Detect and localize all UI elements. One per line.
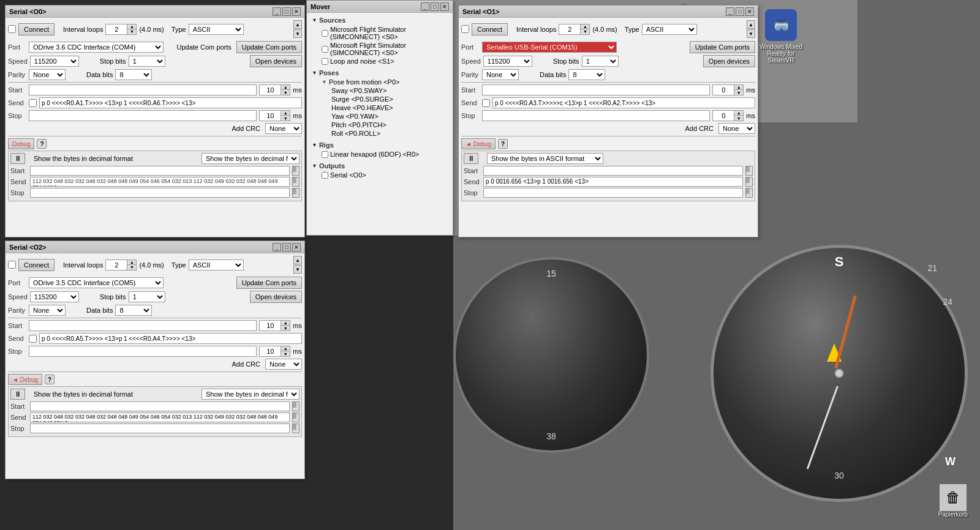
serial-o1-close[interactable]: ✕ xyxy=(745,7,754,16)
serial-o1-debug-btn[interactable]: ◄ Debug xyxy=(461,138,496,149)
serial-o0-stop-input[interactable] xyxy=(29,110,257,121)
serial-o0-scroll-up[interactable]: ▲ xyxy=(293,20,302,29)
serial-o0-connect-checkbox[interactable] xyxy=(8,25,16,33)
serial-o2-databits-select[interactable]: 8 xyxy=(115,305,152,316)
mover-panel-minimize[interactable]: _ xyxy=(421,2,429,11)
serial-o1-debug-stop-scroll[interactable]: ▒ xyxy=(745,188,753,198)
mover-surge[interactable]: Surge <P0.SURGE> xyxy=(329,95,450,103)
serial-o1-start-down[interactable]: ▼ xyxy=(734,90,743,95)
serial-o1-connect-btn[interactable]: Connect xyxy=(472,23,508,35)
serial-o1-type-select[interactable]: ASCII xyxy=(642,24,697,35)
serial-o0-interval-input[interactable] xyxy=(105,24,127,35)
serial-o1-interval-input[interactable] xyxy=(559,24,580,35)
serial-o2-minimize[interactable]: _ xyxy=(273,243,281,252)
source2-checkbox[interactable] xyxy=(322,46,328,53)
serial-o0-show-bytes-select[interactable]: Show the bytes in decimal format xyxy=(202,153,300,164)
serial-o0-debug-stop-scroll[interactable]: ▒ xyxy=(292,188,300,198)
serial-o1-stopbits-select[interactable]: 1 xyxy=(582,56,619,67)
serial-o1-interval-up[interactable]: ▲ xyxy=(581,24,589,29)
mover-sway[interactable]: Sway <P0.SWAY> xyxy=(329,86,450,95)
serial-o2-show-bytes-select[interactable]: Show the bytes in decimal format xyxy=(202,389,300,400)
serial-o1-send-checkbox[interactable] xyxy=(482,99,490,107)
serial-o0-start-up[interactable]: ▲ xyxy=(281,85,290,90)
serial-o2-pause-btn[interactable]: ⏸ xyxy=(10,389,25,400)
serial-o1-show-bytes-select[interactable]: Show the bytes in ASCII format xyxy=(487,153,603,164)
serial-o1-stop-up[interactable]: ▲ xyxy=(734,111,743,116)
serial-o0-opendev-btn[interactable]: Open devices xyxy=(250,55,302,67)
serial-o1-databits-select[interactable]: 8 xyxy=(568,69,605,80)
serial-o0-parity-select[interactable]: None xyxy=(29,69,66,80)
serial-o0-send-checkbox[interactable] xyxy=(29,99,37,107)
serial-o2-start-up[interactable]: ▲ xyxy=(281,321,290,326)
serial-o0-crc-select[interactable]: None xyxy=(265,123,302,134)
serial-o2-parity-select[interactable]: None xyxy=(29,305,66,316)
mover-panel-maximize[interactable]: □ xyxy=(431,2,439,11)
serial-o2-update-com-btn[interactable]: Update Com ports xyxy=(236,277,302,289)
serial-o1-stop-num[interactable] xyxy=(712,110,734,121)
serial-o1-stop-down[interactable]: ▼ xyxy=(734,116,743,121)
serial-o1-connect-checkbox[interactable] xyxy=(461,25,469,33)
serial-o2-debug-send-scroll[interactable]: ▒ xyxy=(292,412,300,422)
serial-o2-interval-down[interactable]: ▼ xyxy=(127,265,136,270)
serial-o1-help-btn[interactable]: ? xyxy=(498,139,508,149)
serial-o2-send-input[interactable] xyxy=(39,333,302,344)
serial-o2-type-select[interactable]: ASCII xyxy=(189,259,244,271)
serial-o1-pause-btn[interactable]: ⏸ xyxy=(464,153,478,164)
serial-o0-stop-down[interactable]: ▼ xyxy=(281,116,290,121)
serial-o0-pause-btn[interactable]: ⏸ xyxy=(10,153,25,164)
serial-o0-debug-btn[interactable]: Debug xyxy=(8,138,34,149)
serial-o2-interval-up[interactable]: ▲ xyxy=(127,260,136,265)
serial-o2-connect-btn[interactable]: Connect xyxy=(18,259,55,271)
serial-o2-speed-select[interactable]: 115200 xyxy=(30,291,79,302)
serial-o0-debug-send-scroll[interactable]: ▒ xyxy=(292,177,300,187)
serial-o2-help-btn[interactable]: ? xyxy=(45,375,55,384)
serial-o1-port-select[interactable]: Serialleo USB-Serial (COM15) xyxy=(482,42,617,53)
serial-o2-close[interactable]: ✕ xyxy=(292,243,301,252)
serial-o2-debug-start-scroll[interactable]: ▒ xyxy=(292,401,300,411)
serial-o1-minimize[interactable]: _ xyxy=(726,7,734,16)
serial-o1-start-up[interactable]: ▲ xyxy=(734,85,743,90)
serial-o1-crc-select[interactable]: None xyxy=(718,123,755,134)
serial-o1-scroll-down[interactable]: ▼ xyxy=(747,29,755,38)
serial-o2-opendev-btn[interactable]: Open devices xyxy=(250,291,302,303)
serial-o0-send-input[interactable] xyxy=(39,97,302,108)
recycle-bin[interactable]: 🗑 Papierkorb xyxy=(938,484,968,518)
mover-output1[interactable]: Serial <O0> xyxy=(319,171,450,179)
wmr-icon[interactable]: 🥽 Windows MixedReality for SteamVR xyxy=(756,9,805,64)
mover-source3[interactable]: Loop and noise <S1> xyxy=(319,57,450,65)
serial-o2-scroll-down[interactable]: ▼ xyxy=(293,265,302,274)
serial-o0-speed-select[interactable]: 115200 xyxy=(30,56,79,67)
serial-o2-start-down[interactable]: ▼ xyxy=(281,326,290,330)
serial-o0-debug-start-scroll[interactable]: ▒ xyxy=(292,166,300,176)
serial-o0-connect-btn[interactable]: Connect xyxy=(18,23,55,35)
serial-o1-stop-input[interactable] xyxy=(482,110,710,121)
serial-o0-update-com-btn[interactable]: Update Com ports xyxy=(236,41,302,53)
serial-o2-scroll-up[interactable]: ▲ xyxy=(293,256,302,264)
serial-o1-scroll-up[interactable]: ▲ xyxy=(747,20,755,29)
serial-o1-debug-start-scroll[interactable]: ▒ xyxy=(745,166,753,176)
serial-o2-send-checkbox[interactable] xyxy=(29,335,37,343)
serial-o1-debug-send-scroll[interactable]: ▒ xyxy=(745,177,753,187)
serial-o0-interval-up[interactable]: ▲ xyxy=(127,24,136,29)
serial-o0-type-select[interactable]: ASCII xyxy=(189,24,244,35)
serial-o2-stop-down[interactable]: ▼ xyxy=(281,351,290,356)
serial-o2-start-num[interactable] xyxy=(259,320,281,331)
serial-o1-start-input[interactable] xyxy=(482,84,710,95)
serial-o0-start-num[interactable] xyxy=(259,84,281,95)
serial-o2-interval-input[interactable] xyxy=(105,259,127,271)
serial-o0-start-down[interactable]: ▼ xyxy=(281,90,290,95)
mover-pitch[interactable]: Pitch <P0.PITCH> xyxy=(329,121,450,129)
serial-o0-databits-select[interactable]: 8 xyxy=(115,69,152,80)
mover-yaw[interactable]: Yaw <P0.YAW> xyxy=(329,112,450,121)
mover-source1[interactable]: Microsoft Flight Simulator (SIMCONNECT) … xyxy=(319,25,450,41)
serial-o2-stop-input[interactable] xyxy=(29,346,257,357)
output1-checkbox[interactable] xyxy=(322,172,328,179)
serial-o2-port-select[interactable]: ODrive 3.5 CDC Interface (COM5) xyxy=(29,277,164,288)
serial-o1-send-input[interactable] xyxy=(492,97,755,108)
serial-o2-stop-up[interactable]: ▲ xyxy=(281,346,290,351)
mover-panel-close[interactable]: ✕ xyxy=(440,2,449,11)
serial-o2-stop-num[interactable] xyxy=(259,346,281,357)
serial-o0-scroll-down[interactable]: ▼ xyxy=(293,29,302,38)
serial-o1-update-com-btn[interactable]: Update Com ports xyxy=(690,41,755,53)
serial-o0-help-btn[interactable]: ? xyxy=(37,139,47,149)
